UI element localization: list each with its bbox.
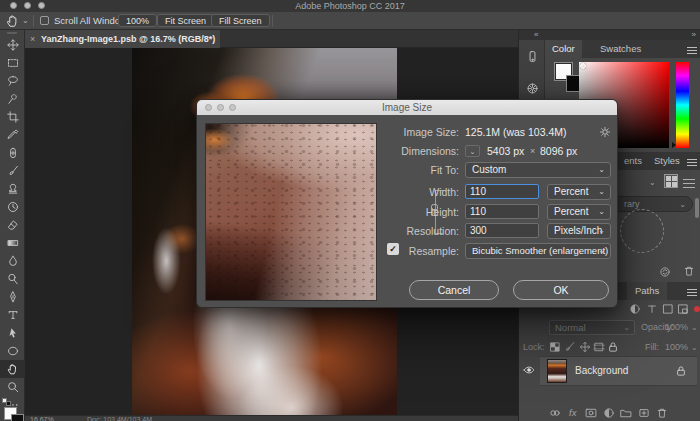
height-input[interactable]	[465, 204, 539, 219]
tool-eyedropper-icon[interactable]	[0, 126, 25, 144]
device-preview-panel-icon[interactable]	[522, 46, 542, 66]
filter-adjustment-icon[interactable]	[629, 303, 641, 315]
status-zoom-field[interactable]: 16.67%	[30, 416, 54, 421]
tab-styles[interactable]: Styles	[647, 152, 687, 170]
resolution-unit-select[interactable]: Pixels/Inch⌄	[547, 223, 611, 239]
lock-all-icon[interactable]	[607, 341, 619, 353]
scroll-all-windows-checkbox[interactable]	[40, 16, 49, 25]
width-unit-select[interactable]: Percent⌄	[547, 184, 611, 200]
delete-icon[interactable]	[683, 263, 695, 281]
lock-artboard-icon[interactable]	[593, 341, 605, 353]
fit-screen-button[interactable]: Fit Screen	[157, 14, 214, 27]
tool-move-icon[interactable]	[0, 36, 25, 54]
layers-panel-actions: fx	[519, 406, 700, 421]
panel-menu-icon[interactable]	[687, 157, 697, 165]
tool-lasso-icon[interactable]	[0, 72, 25, 90]
navigator-panel-icon[interactable]	[522, 78, 542, 98]
tool-eraser-icon[interactable]	[0, 216, 25, 234]
document-tab-title: YanZhang-Image1.psb @ 16.7% (RGB/8*)	[41, 30, 215, 48]
tool-ellipse-icon[interactable]	[0, 342, 25, 360]
fill-screen-button[interactable]: Fill Screen	[211, 14, 270, 27]
collapse-dock-icon[interactable]: »	[692, 30, 696, 40]
dialog-titlebar[interactable]: Image Size	[197, 100, 617, 115]
lock-row: Lock: Fill: 100% ⌄	[519, 340, 700, 356]
new-group-folder-icon[interactable]	[620, 407, 632, 419]
filter-type-icon[interactable]	[646, 303, 658, 315]
layer-visibility-eye-icon[interactable]	[523, 364, 535, 376]
tab-hidden-fragment[interactable]: ents	[621, 152, 645, 170]
collapse-iconstrip-icon[interactable]: «	[534, 30, 538, 40]
cancel-button[interactable]: Cancel	[409, 280, 499, 300]
link-layers-icon[interactable]	[549, 407, 561, 419]
layer-mask-icon[interactable]	[585, 407, 597, 419]
hand-tool-icon[interactable]	[6, 14, 20, 28]
delete-layer-trash-icon[interactable]	[656, 407, 668, 419]
layer-style-fx-icon[interactable]: fx	[569, 406, 576, 420]
new-layer-icon[interactable]	[638, 407, 650, 419]
zoom-100-button[interactable]: 100%	[118, 14, 157, 27]
filter-toggle-icon[interactable]	[694, 306, 700, 312]
tool-preset-chevron-icon[interactable]: ⌄	[22, 14, 29, 28]
scrollbar[interactable]	[695, 198, 699, 218]
toolbar-collapse-handle[interactable]	[7, 32, 17, 34]
height-unit-select[interactable]: Percent⌄	[547, 204, 611, 220]
tool-crop-icon[interactable]	[0, 108, 25, 126]
tool-dodge-icon[interactable]	[0, 270, 25, 288]
tool-hand-icon[interactable]	[0, 360, 25, 378]
layer-name[interactable]: Background	[575, 356, 628, 386]
adjustment-layer-icon[interactable]	[603, 407, 615, 419]
saturation-marker[interactable]	[580, 63, 586, 69]
lock-transparency-icon[interactable]	[549, 341, 561, 353]
hue-slider[interactable]	[676, 62, 689, 148]
tool-clone-stamp-icon[interactable]	[0, 180, 25, 198]
chevron-down-icon[interactable]: ⌄	[691, 320, 698, 335]
grid-view-icon[interactable]	[664, 174, 678, 188]
resolution-input[interactable]	[465, 223, 539, 238]
chevron-down-icon: ⌄	[679, 197, 686, 212]
resample-method-select[interactable]: Bicubic Smoother (enlargement)⌄	[465, 243, 611, 259]
lock-pixels-icon[interactable]	[564, 341, 576, 353]
tool-brush-icon[interactable]	[0, 162, 25, 180]
width-input[interactable]	[465, 184, 539, 199]
default-colors-icon[interactable]	[2, 398, 12, 406]
tool-path-selection-icon[interactable]	[0, 324, 25, 342]
tab-swatches[interactable]: Swatches	[593, 40, 648, 58]
fill-value[interactable]: 100%	[665, 340, 688, 355]
tab-paths[interactable]: Paths	[627, 282, 667, 300]
tool-marquee-icon[interactable]	[0, 54, 25, 72]
layer-thumbnail[interactable]	[547, 359, 567, 383]
layer-row[interactable]: Background	[519, 356, 700, 386]
dimensions-unit-dropdown[interactable]: ⌄	[465, 145, 480, 157]
blend-mode-select[interactable]: Normal ⌄	[549, 320, 635, 335]
list-view-icon[interactable]	[683, 176, 695, 186]
tool-spot-healing-icon[interactable]	[0, 144, 25, 162]
tab-close-icon[interactable]: ×	[30, 30, 35, 48]
dialog-title: Image Size	[197, 100, 617, 115]
tool-gradient-icon[interactable]	[0, 234, 25, 252]
sync-icon[interactable]	[659, 264, 671, 282]
dialog-options-gear-icon[interactable]	[599, 124, 611, 142]
tab-color[interactable]: Color	[545, 40, 582, 58]
panel-menu-icon[interactable]	[687, 45, 697, 53]
opacity-value[interactable]: 100%	[665, 320, 688, 335]
status-bar: 16.67% Doc: 103.4M/103.4M	[25, 415, 518, 421]
blend-mode-row: Normal ⌄ Opacity: 100% ⌄	[519, 320, 700, 337]
height-unit-value: Percent	[554, 205, 588, 219]
tool-type-icon[interactable]	[0, 306, 25, 324]
panel-menu-icon[interactable]	[687, 287, 697, 295]
filter-shape-icon[interactable]	[662, 303, 674, 315]
document-tab[interactable]: × YanZhang-Image1.psb @ 16.7% (RGB/8*)	[25, 30, 220, 48]
chevron-down-icon[interactable]: ⌄	[691, 340, 698, 355]
fit-to-select[interactable]: Custom⌄	[465, 162, 611, 178]
tool-pen-icon[interactable]	[0, 288, 25, 306]
hue-marker-icon[interactable]	[672, 142, 676, 148]
tool-zoom-icon[interactable]	[0, 378, 25, 396]
ok-button[interactable]: OK	[513, 280, 609, 300]
background-color-swatch[interactable]	[11, 414, 24, 421]
filter-smart-object-icon[interactable]	[677, 303, 689, 315]
lock-position-icon[interactable]	[579, 341, 591, 353]
library-collapse-chevron-icon[interactable]: ⌄	[649, 178, 656, 187]
tool-quick-selection-icon[interactable]	[0, 90, 25, 108]
tool-history-brush-icon[interactable]	[0, 198, 25, 216]
tool-blur-icon[interactable]	[0, 252, 25, 270]
